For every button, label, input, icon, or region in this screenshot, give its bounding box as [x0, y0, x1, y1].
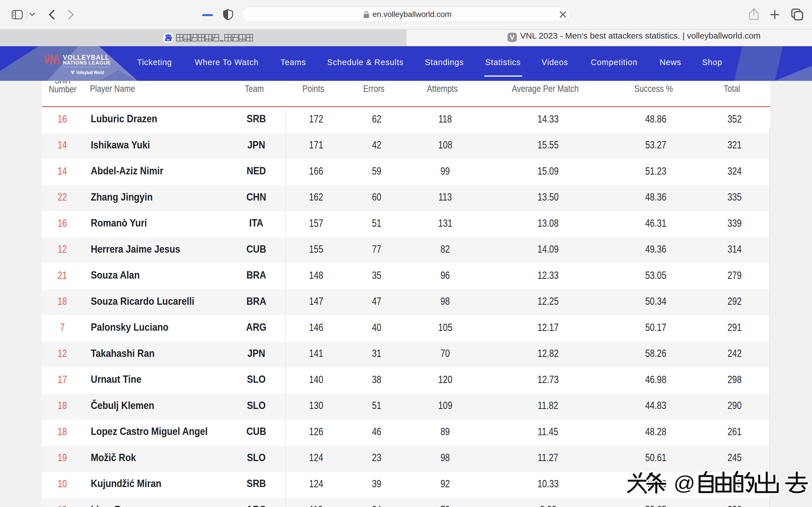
- svg-text:du: du: [166, 38, 170, 41]
- svg-text:@: @: [673, 472, 695, 494]
